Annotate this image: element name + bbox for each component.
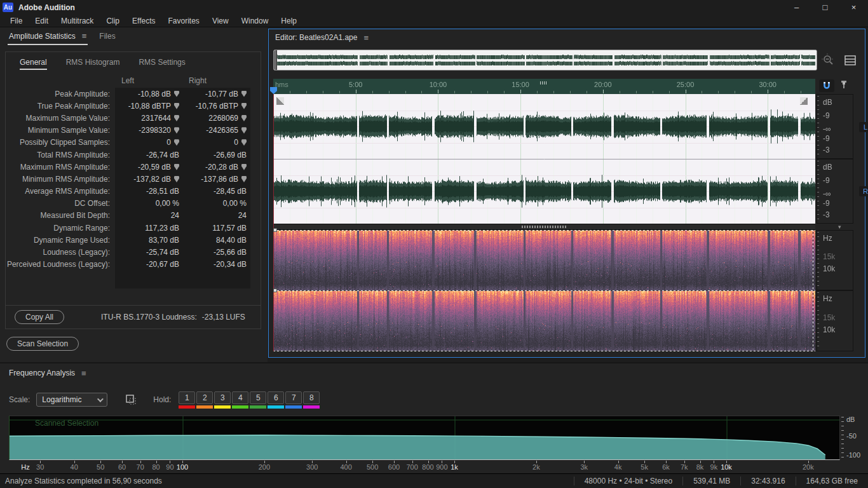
hz-scale-right[interactable]: Hz15k10k bbox=[817, 290, 853, 351]
status-message: Analyze Statistics completed in 56,90 se… bbox=[5, 477, 162, 485]
editor-tab-label[interactable]: Editor: Beatles02A1.ape bbox=[275, 33, 357, 42]
hold-button-7[interactable]: 7 bbox=[285, 391, 302, 409]
copy-all-button[interactable]: Copy All bbox=[15, 310, 64, 324]
marker-pin-icon[interactable] bbox=[241, 164, 247, 170]
marker-pin-icon[interactable] bbox=[241, 103, 247, 109]
hold-button-6[interactable]: 6 bbox=[268, 391, 284, 409]
menu-item-clip[interactable]: Clip bbox=[100, 15, 126, 27]
scale-dropdown[interactable]: Logarithmic bbox=[36, 393, 107, 407]
tab-rms-settings[interactable]: RMS Settings bbox=[139, 58, 185, 70]
overview-navigation-bar[interactable] bbox=[273, 50, 817, 71]
x-axis-label: 4k bbox=[606, 463, 631, 471]
hold-button-5[interactable]: 5 bbox=[250, 391, 266, 409]
tab-files[interactable]: Files bbox=[98, 28, 116, 45]
maximize-button[interactable]: □ bbox=[811, 0, 839, 15]
wave-spectral-splitter[interactable] bbox=[273, 224, 815, 230]
marker-pin-icon[interactable] bbox=[174, 115, 179, 121]
menu-item-help[interactable]: Help bbox=[275, 15, 303, 27]
zoom-navigate-icon[interactable] bbox=[822, 53, 836, 67]
hold-button-3[interactable]: 3 bbox=[214, 391, 231, 409]
right-channel-badge[interactable]: R bbox=[859, 186, 868, 196]
stat-value-left: 2317644 bbox=[115, 114, 182, 123]
tab-rms-histogram[interactable]: RMS Histogram bbox=[66, 58, 120, 70]
selection-handle-top-right[interactable] bbox=[800, 97, 808, 105]
copy-selection-icon[interactable] bbox=[124, 393, 138, 407]
hold-color-bar bbox=[268, 405, 284, 409]
minimize-button[interactable]: – bbox=[782, 0, 811, 15]
frequency-plot[interactable]: Scanned Selection bbox=[9, 416, 840, 460]
marker-pin-icon[interactable] bbox=[174, 164, 179, 170]
marker-pin-icon[interactable] bbox=[241, 91, 247, 97]
hold-button-chip[interactable]: 2 bbox=[196, 391, 213, 404]
selection-ants-right bbox=[813, 230, 813, 351]
menu-item-edit[interactable]: Edit bbox=[29, 15, 55, 27]
hold-button-chip[interactable]: 1 bbox=[179, 391, 195, 404]
marker-pin-icon[interactable] bbox=[241, 139, 247, 146]
status-segment: 32:43.916 bbox=[740, 477, 795, 485]
hold-button-1[interactable]: 1 bbox=[179, 391, 195, 409]
editor-panel-menu-icon[interactable]: ≡ bbox=[363, 33, 369, 43]
stat-value-text: 84,40 dB bbox=[216, 236, 247, 245]
selection-edge-handle-top[interactable] bbox=[273, 228, 277, 232]
snap-magnet-toggle[interactable] bbox=[819, 79, 834, 92]
db-scale-right[interactable]: dB-9-∞-9-3 bbox=[817, 159, 853, 224]
db-scale-left[interactable]: dB-9-∞-9-3 bbox=[817, 94, 853, 159]
playhead-line bbox=[273, 94, 274, 351]
menu-item-favorites[interactable]: Favorites bbox=[162, 15, 206, 27]
splitter-grip[interactable] bbox=[522, 226, 567, 228]
marker-pin-icon[interactable] bbox=[174, 127, 179, 133]
hold-color-bar bbox=[303, 405, 320, 409]
marker-pin-icon[interactable] bbox=[174, 139, 179, 146]
hold-button-8[interactable]: 8 bbox=[303, 391, 320, 409]
hold-button-chip[interactable]: 3 bbox=[214, 391, 231, 404]
overview-left-handle[interactable] bbox=[274, 50, 277, 70]
table-row: Maximum RMS Amplitude:-20,59 dB-20,28 dB bbox=[6, 161, 261, 173]
marker-pin-icon[interactable] bbox=[241, 176, 247, 182]
stat-values: -20,59 dB-20,28 dB bbox=[115, 161, 250, 173]
waveform-canvas[interactable] bbox=[273, 94, 815, 224]
table-row: Measured Bit Depth:2424 bbox=[6, 210, 261, 222]
marker-pin-icon[interactable] bbox=[174, 176, 179, 182]
hold-button-chip[interactable]: 5 bbox=[250, 391, 266, 404]
hold-button-chip[interactable]: 8 bbox=[303, 391, 320, 404]
timeline-ruler[interactable]: hms 5:0010:0015:0020:0025:0030:00 bbox=[273, 79, 815, 94]
frequency-analysis-tab-label[interactable]: Frequency Analysis bbox=[9, 369, 75, 377]
status-segment: 48000 Hz • 24-bit • Stereo bbox=[574, 477, 682, 485]
loudness-readout: ITU-R BS.1770-3 Loudness: -23,13 LUFS bbox=[101, 313, 245, 322]
hold-button-chip[interactable]: 6 bbox=[268, 391, 284, 404]
hold-button-4[interactable]: 4 bbox=[232, 391, 248, 409]
tab-general[interactable]: General bbox=[20, 58, 47, 70]
hold-button-chip[interactable]: 4 bbox=[232, 391, 248, 404]
stat-value-left: 24 bbox=[115, 211, 182, 220]
scan-selection-button[interactable]: Scan Selection bbox=[6, 337, 79, 351]
close-button[interactable]: × bbox=[839, 0, 868, 15]
collapse-arrow-icon[interactable]: ▾ bbox=[838, 224, 841, 230]
marker-pin-icon[interactable] bbox=[174, 91, 179, 97]
waveform-display[interactable] bbox=[273, 94, 815, 224]
hold-button-2[interactable]: 2 bbox=[196, 391, 213, 409]
marker-pin-icon[interactable] bbox=[241, 127, 247, 133]
spectral-display[interactable] bbox=[273, 230, 815, 351]
hz-scale-left[interactable]: Hz15k10k bbox=[817, 230, 853, 290]
table-row: Peak Amplitude:-10,88 dB-10,77 dB bbox=[6, 88, 261, 100]
left-channel-badge[interactable]: L bbox=[859, 122, 868, 132]
marker-pin-icon[interactable] bbox=[241, 115, 247, 121]
editor-layout-icon[interactable] bbox=[843, 53, 857, 67]
menu-item-multitrack[interactable]: Multitrack bbox=[55, 15, 100, 27]
menu-item-file[interactable]: File bbox=[4, 15, 29, 27]
panel-menu-icon[interactable]: ≡ bbox=[82, 31, 87, 41]
stat-value-left: -10,88 dBTP bbox=[115, 102, 182, 111]
overview-waveform[interactable] bbox=[274, 50, 817, 70]
tab-amplitude-statistics[interactable]: Amplitude Statistics ≡ bbox=[8, 27, 88, 45]
scale-label: -∞ bbox=[823, 125, 831, 133]
menu-item-view[interactable]: View bbox=[206, 15, 235, 27]
stat-value-text: 83,70 dB bbox=[149, 236, 179, 245]
menu-item-effects[interactable]: Effects bbox=[126, 15, 161, 27]
menu-item-window[interactable]: Window bbox=[235, 15, 275, 27]
marker-pin-icon[interactable] bbox=[174, 103, 179, 109]
selection-edge-handle-middle[interactable] bbox=[273, 288, 277, 292]
selection-handle-top-left[interactable] bbox=[276, 97, 284, 105]
pin-icon[interactable] bbox=[839, 79, 848, 92]
hold-button-chip[interactable]: 7 bbox=[285, 391, 302, 404]
frequency-panel-menu-icon[interactable]: ≡ bbox=[81, 369, 86, 378]
